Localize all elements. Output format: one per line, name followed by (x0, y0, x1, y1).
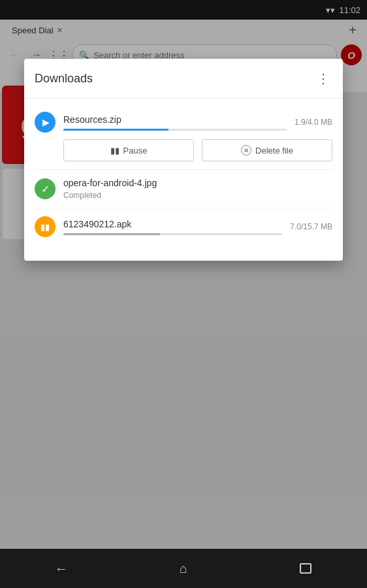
download-item-1: ▶ Resources.zip 1.9/4.0 MB ▮▮ Pause (35, 104, 332, 170)
download-name-3: 6123490212.apk (63, 219, 282, 229)
modal-body: ▶ Resources.zip 1.9/4.0 MB ▮▮ Pause (24, 99, 343, 261)
download-subtitle-2: Completed (63, 191, 332, 200)
download-status-2: ✓ (35, 178, 56, 199)
pause-label: Pause (123, 146, 148, 155)
download-status-1: ▶ (35, 112, 56, 133)
download-size-1: 1.9/4.0 MB (295, 118, 332, 127)
check-icon: ✓ (41, 183, 50, 195)
more-icon: ⋮ (317, 71, 330, 86)
download-status-3: ▮▮ (35, 216, 56, 237)
download-row-1: ▶ Resources.zip 1.9/4.0 MB (35, 112, 332, 133)
download-row-3: ▮▮ 6123490212.apk 7.0/15.7 MB (35, 216, 332, 237)
delete-file-button[interactable]: ✕ Delete file (202, 139, 332, 161)
modal-overlay: Downloads ⋮ ▶ Resources.zip (0, 0, 367, 549)
action-buttons-1: ▮▮ Pause ✕ Delete file (63, 139, 332, 161)
more-options-button[interactable]: ⋮ (314, 68, 332, 89)
progress-bar-1 (63, 129, 287, 131)
download-info-2: opera-for-android-4.jpg Completed (63, 178, 332, 200)
system-home-button[interactable]: ⌂ (164, 555, 203, 581)
progress-fill-3 (63, 233, 160, 235)
system-recent-button[interactable] (286, 555, 325, 581)
modal-header: Downloads ⋮ (24, 59, 343, 99)
progress-bar-3 (63, 233, 282, 235)
progress-fill-1 (63, 129, 168, 131)
system-back-button[interactable]: ← (42, 555, 81, 581)
pause-button[interactable]: ▮▮ Pause (63, 139, 194, 161)
download-row-2: ✓ opera-for-android-4.jpg Completed (35, 178, 332, 200)
pause-icon-3: ▮▮ (40, 222, 50, 232)
download-name-1: Resources.zip (63, 114, 287, 125)
pause-icon: ▮▮ (110, 146, 120, 155)
system-back-icon: ← (55, 561, 68, 576)
download-item-3: ▮▮ 6123490212.apk 7.0/15.7 MB (35, 208, 332, 245)
delete-icon: ✕ (241, 145, 251, 155)
modal-title: Downloads (35, 72, 93, 86)
bottom-nav: ← ⌂ (0, 549, 367, 588)
delete-label: Delete file (255, 146, 293, 155)
downloads-modal: Downloads ⋮ ▶ Resources.zip (24, 59, 343, 261)
download-size-3: 7.0/15.7 MB (290, 222, 332, 231)
system-home-icon: ⌂ (180, 561, 187, 576)
download-item-2: ✓ opera-for-android-4.jpg Completed (35, 170, 332, 208)
download-info-3: 6123490212.apk (63, 219, 282, 235)
play-icon: ▶ (42, 117, 50, 127)
system-recent-icon (300, 563, 311, 574)
download-name-2: opera-for-android-4.jpg (63, 178, 332, 188)
download-info-1: Resources.zip (63, 114, 287, 131)
